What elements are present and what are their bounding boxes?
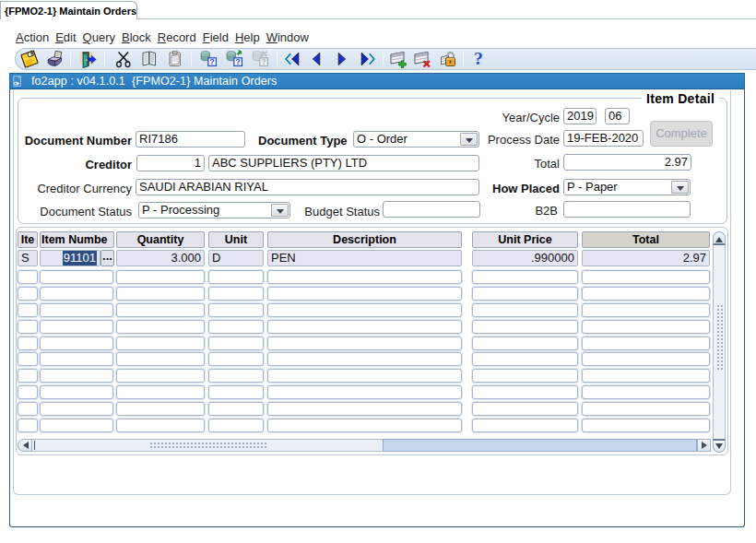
- svg-text:?: ?: [235, 57, 241, 66]
- svg-text:?: ?: [474, 48, 483, 68]
- svg-text:?: ?: [209, 57, 215, 66]
- svg-text:?: ?: [261, 57, 266, 66]
